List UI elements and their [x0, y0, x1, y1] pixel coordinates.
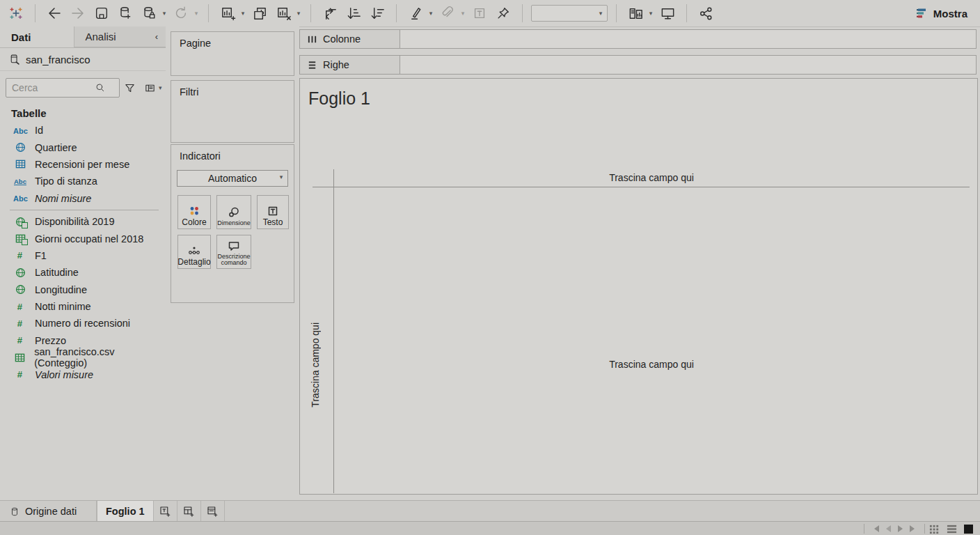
dropzone-top-hint[interactable]: Trascina campo qui — [333, 172, 970, 183]
search-box[interactable] — [6, 78, 120, 98]
datasource-tab[interactable]: Origine dati — [0, 501, 97, 522]
text-button[interactable]: Testo — [257, 195, 289, 229]
size-button[interactable]: Dimensione — [216, 195, 251, 229]
new-sheet-dropdown-caret[interactable]: ▾ — [239, 10, 246, 17]
previous-tab-arrow[interactable] — [886, 525, 891, 532]
rows-icon — [307, 60, 317, 70]
view-toggles — [929, 524, 980, 534]
dropzone-center-hint[interactable]: Trascina campo qui — [333, 359, 970, 370]
filters-card-label: Filtri — [171, 81, 294, 98]
color-button[interactable]: Colore — [177, 195, 211, 229]
field-label: Prezzo — [35, 335, 66, 346]
grid-calc-icon — [13, 233, 28, 244]
mark-type-dropdown[interactable]: Automatico ▾ — [177, 170, 288, 187]
data-extract-lock-icon[interactable] — [139, 3, 159, 24]
show-tabs-icon[interactable] — [964, 525, 973, 534]
new-dashboard-tab-button[interactable] — [177, 501, 201, 522]
rows-shelf-droparea[interactable] — [400, 55, 977, 75]
size-button-label: Dimensione — [217, 220, 251, 226]
globe-icon — [13, 284, 28, 295]
field-row[interactable]: Quartiere — [0, 139, 166, 155]
field-row[interactable]: AbcTipo di stanza — [0, 173, 166, 189]
filter-fields-icon[interactable] — [124, 79, 136, 96]
fit-selector[interactable]: ▾ — [531, 5, 608, 22]
highlight-pen-icon[interactable] — [405, 3, 426, 24]
tab-analisi[interactable]: Analisi — [74, 26, 148, 47]
sheet-tab-foglio1[interactable]: Foglio 1 — [97, 501, 154, 522]
group-dropdown-caret[interactable]: ▾ — [459, 10, 466, 17]
refresh-icon[interactable] — [171, 3, 191, 24]
marks-card-label: Indicatori — [171, 145, 294, 162]
data-dropdown-caret[interactable]: ▾ — [161, 10, 168, 17]
field-label: Nomi misure — [35, 193, 91, 204]
search-row: ▾ — [0, 71, 166, 103]
collapse-pane-icon[interactable]: ‹ — [148, 26, 166, 47]
svg-text:#: # — [17, 336, 22, 346]
sort-descending-icon[interactable] — [367, 3, 388, 24]
filmstrip-icon[interactable] — [947, 524, 957, 534]
pages-card-label: Pagine — [171, 32, 294, 49]
field-row[interactable]: #Numero di recensioni — [0, 315, 166, 332]
sheet-sorter-icon[interactable] — [929, 524, 940, 534]
detail-button-label: Dettaglio — [177, 258, 210, 266]
forward-icon[interactable] — [68, 3, 88, 24]
presentation-mode-icon[interactable] — [657, 3, 678, 24]
show-mark-labels-icon[interactable] — [469, 3, 490, 24]
clear-dropdown-caret[interactable]: ▾ — [295, 10, 302, 17]
highlight-dropdown-caret[interactable]: ▾ — [427, 10, 434, 17]
view-options-caret[interactable]: ▾ — [159, 84, 162, 91]
save-icon[interactable] — [91, 3, 112, 24]
field-row[interactable]: Recensioni per mese — [0, 156, 166, 173]
share-icon[interactable] — [695, 3, 716, 24]
datasource-row[interactable]: san_francisco — [0, 48, 166, 71]
field-row[interactable]: Disponibilità 2019 — [0, 213, 166, 230]
next-tab-arrow[interactable] — [898, 525, 903, 532]
pages-card[interactable]: Pagine — [171, 31, 294, 76]
field-label: Giorni occupati nel 2018 — [35, 233, 143, 245]
field-row[interactable]: Latitudine — [0, 264, 166, 281]
tab-dati-label: Dati — [11, 31, 31, 43]
rows-label-text: Righe — [323, 59, 349, 70]
clear-sheet-icon[interactable] — [273, 3, 294, 24]
dropzone-left-hint[interactable]: Trascina campo qui — [310, 323, 321, 408]
group-paperclip-icon[interactable] — [437, 3, 458, 24]
field-row[interactable]: #Notti minime — [0, 298, 166, 315]
fix-axes-pin-icon[interactable] — [493, 3, 514, 24]
new-story-tab-button[interactable] — [201, 501, 225, 522]
device-preview-caret[interactable]: ▾ — [647, 10, 654, 17]
columns-label-text: Colonne — [323, 33, 361, 45]
field-row[interactable]: Longitudine — [0, 281, 166, 298]
toolbar-separator — [310, 4, 311, 22]
new-worksheet-icon[interactable] — [217, 3, 238, 24]
tab-dati[interactable]: Dati — [0, 26, 74, 47]
abc-group-icon: Abc — [13, 176, 28, 187]
detail-button[interactable]: Dettaglio — [177, 235, 211, 269]
search-input[interactable] — [10, 82, 95, 94]
field-row[interactable]: AbcId — [0, 122, 166, 139]
add-datasource-icon[interactable] — [115, 3, 136, 24]
field-row[interactable]: #F1 — [0, 247, 166, 264]
new-worksheet-tab-icon — [159, 505, 171, 518]
show-me-button[interactable]: Mostra — [915, 7, 967, 20]
dropzone-horizontal-line — [313, 187, 970, 187]
swap-rows-columns-icon[interactable] — [319, 3, 340, 24]
field-row[interactable]: AbcNomi misure — [0, 190, 166, 207]
dropzone-vertical-line — [333, 169, 334, 493]
back-icon[interactable] — [44, 3, 65, 24]
field-list: AbcIdQuartiereRecensioni per meseAbcTipo… — [0, 121, 166, 383]
field-row[interactable]: san_francisco.csv (Conteggio) — [0, 349, 166, 366]
device-preview-icon[interactable] — [625, 3, 646, 24]
tooltip-button[interactable]: Descrizione comando — [216, 235, 251, 269]
field-row[interactable]: Giorni occupati nel 2018 — [0, 230, 166, 247]
filters-card[interactable]: Filtri — [171, 80, 294, 143]
field-label: Quartiere — [35, 142, 77, 153]
duplicate-sheet-icon[interactable] — [249, 3, 270, 24]
refresh-dropdown-caret[interactable]: ▾ — [193, 10, 200, 17]
first-tab-arrow[interactable] — [874, 525, 879, 532]
hash-icon: # — [13, 318, 28, 329]
last-tab-arrow[interactable] — [910, 525, 915, 532]
view-options-icon[interactable] — [144, 79, 156, 96]
sort-ascending-icon[interactable] — [343, 3, 364, 24]
columns-shelf-droparea[interactable] — [400, 29, 977, 49]
new-worksheet-tab-button[interactable] — [154, 501, 177, 522]
